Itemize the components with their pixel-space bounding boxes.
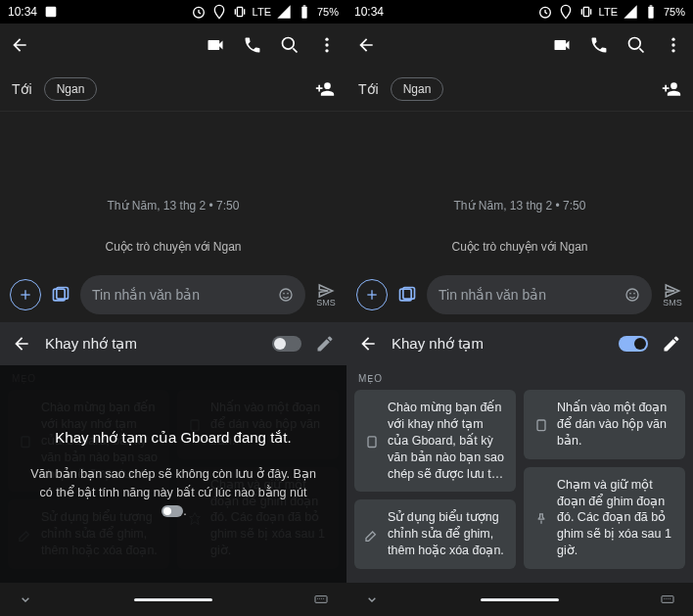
svg-point-40	[670, 598, 670, 599]
svg-rect-22	[583, 7, 588, 16]
svg-rect-24	[650, 5, 653, 6]
more-icon[interactable]	[664, 35, 683, 55]
home-indicator[interactable]	[134, 598, 212, 601]
recipient-chip[interactable]: Ngan	[44, 77, 98, 101]
clipboard-icon	[364, 402, 380, 482]
tip-card[interactable]: Chạm và giữ một đoạn để ghim đoạn đó. Cá…	[524, 467, 685, 569]
add-button[interactable]	[356, 279, 388, 310]
system-message: Cuộc trò chuyện với Ngan	[451, 240, 587, 254]
keyboard-icon[interactable]	[313, 592, 329, 607]
clipboard-title: Khay nhớ tạm	[392, 335, 605, 353]
svg-point-17	[317, 598, 318, 599]
status-battery: 75%	[664, 6, 685, 18]
call-icon[interactable]	[243, 35, 262, 55]
svg-point-39	[668, 598, 669, 599]
edit-icon[interactable]	[315, 334, 335, 354]
svg-point-25	[629, 38, 641, 50]
notification-icon	[43, 4, 59, 20]
search-icon[interactable]	[280, 35, 300, 55]
home-indicator[interactable]	[481, 598, 559, 601]
send-label: SMS	[663, 298, 682, 308]
plus-icon	[18, 287, 33, 303]
svg-rect-34	[368, 437, 376, 448]
location-icon	[211, 4, 227, 20]
toggle-inline-icon	[162, 505, 183, 517]
compose-bar: Tin nhắn văn bản SMS	[346, 267, 693, 322]
tip-text: Chào mừng bạn đến với khay nhớ tạm của G…	[388, 400, 506, 482]
svg-rect-3	[301, 7, 306, 19]
svg-point-7	[325, 43, 328, 46]
clipboard-body: MẸO Chào mừng bạn đến với khay nhớ tạm c…	[346, 365, 693, 583]
status-bar: 10:34 LTE 75%	[0, 0, 346, 24]
to-label: Tới	[12, 81, 32, 97]
clipboard-toggle[interactable]	[272, 336, 301, 352]
keyboard-icon[interactable]	[660, 592, 675, 607]
svg-point-11	[280, 289, 292, 301]
clipboard-toggle[interactable]	[619, 336, 648, 352]
svg-rect-16	[315, 596, 327, 603]
add-button[interactable]	[10, 279, 41, 310]
gallery-icon[interactable]	[51, 285, 70, 305]
svg-point-13	[287, 293, 289, 295]
keyboard-nav	[346, 583, 693, 616]
timestamp: Thứ Năm, 13 thg 2 • 7:50	[454, 199, 586, 213]
message-input[interactable]: Tin nhắn văn bản	[80, 275, 305, 314]
clipboard-back-icon[interactable]	[358, 334, 378, 354]
svg-point-33	[633, 293, 635, 295]
video-icon[interactable]	[206, 35, 225, 55]
group-add-icon[interactable]	[662, 79, 681, 99]
paste-icon	[533, 402, 549, 450]
signal-icon	[276, 4, 292, 20]
edit-icon[interactable]	[662, 334, 681, 354]
overlay-body: Văn bản bạn sao chép sẽ không còn lưu ở …	[29, 465, 317, 520]
tip-text: Chạm và giữ một đoạn để ghim đoạn đó. Cá…	[557, 477, 675, 559]
clipboard-title: Khay nhớ tạm	[45, 335, 258, 353]
svg-rect-23	[648, 7, 653, 19]
vibrate-icon	[578, 4, 594, 20]
battery-icon	[643, 4, 659, 20]
timestamp: Thứ Năm, 13 thg 2 • 7:50	[108, 199, 240, 213]
location-icon	[558, 4, 574, 20]
tip-card[interactable]: Sử dụng biểu tượng chỉnh sửa để ghim, th…	[354, 499, 516, 569]
send-button[interactable]: SMS	[315, 282, 337, 308]
chevron-down-icon[interactable]	[18, 592, 33, 607]
status-time: 10:34	[354, 5, 384, 19]
clipboard-off-overlay: Khay nhớ tạm của Gboard đang tắt. Văn bả…	[0, 365, 346, 583]
svg-point-28	[671, 49, 674, 52]
emoji-icon[interactable]	[278, 287, 294, 303]
tip-card[interactable]: Nhấn vào một đoạn để dán vào hộp văn bản…	[524, 390, 685, 459]
svg-rect-36	[662, 596, 673, 603]
group-add-icon[interactable]	[315, 79, 335, 99]
recipient-chip[interactable]: Ngan	[391, 77, 444, 101]
vibrate-icon	[232, 4, 248, 20]
chevron-down-icon[interactable]	[364, 592, 380, 607]
clipboard-header: Khay nhớ tạm	[346, 322, 693, 365]
back-icon[interactable]	[356, 35, 376, 55]
send-button[interactable]: SMS	[662, 282, 683, 308]
gallery-icon[interactable]	[397, 285, 417, 305]
battery-icon	[297, 4, 312, 20]
svg-point-8	[325, 49, 328, 52]
search-icon[interactable]	[626, 35, 646, 55]
send-label: SMS	[316, 298, 336, 308]
more-icon[interactable]	[317, 35, 337, 55]
overlay-title: Khay nhớ tạm của Gboard đang tắt.	[55, 428, 291, 448]
clipboard-back-icon[interactable]	[12, 334, 31, 354]
tip-card[interactable]: Chào mừng bạn đến với khay nhớ tạm của G…	[354, 390, 516, 492]
message-placeholder: Tin nhắn văn bản	[439, 287, 617, 303]
pencil-icon	[364, 511, 380, 559]
svg-rect-2	[237, 7, 242, 16]
tip-text: Nhấn vào một đoạn để dán vào hộp văn bản…	[557, 400, 675, 450]
conversation-area: Thứ Năm, 13 thg 2 • 7:50 Cuộc trò chuyện…	[0, 112, 346, 267]
call-icon[interactable]	[589, 35, 609, 55]
status-bar: 10:34 LTE 75%	[346, 0, 693, 24]
back-icon[interactable]	[10, 35, 29, 55]
svg-point-12	[283, 293, 285, 295]
pin-icon	[533, 479, 549, 559]
svg-rect-4	[303, 5, 306, 6]
message-input[interactable]: Tin nhắn văn bản	[427, 275, 652, 314]
svg-point-38	[666, 598, 667, 599]
alarm-icon	[191, 4, 207, 20]
video-icon[interactable]	[552, 35, 572, 55]
emoji-icon[interactable]	[624, 287, 640, 303]
